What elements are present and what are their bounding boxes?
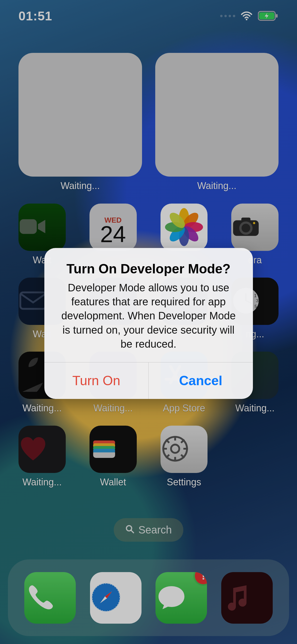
cancel-button[interactable]: Cancel — [148, 362, 253, 399]
turn-on-button[interactable]: Turn On — [44, 362, 149, 399]
developer-mode-alert: Turn On Developer Mode? Developer Mode a… — [44, 248, 253, 399]
alert-title: Turn On Developer Mode? — [56, 261, 241, 277]
alert-message: Developer Mode allows you to use feature… — [56, 281, 241, 351]
